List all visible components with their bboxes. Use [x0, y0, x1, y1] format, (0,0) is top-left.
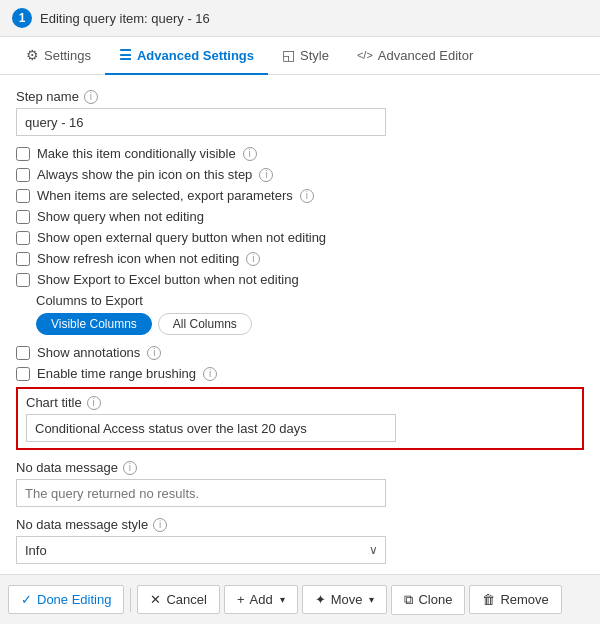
remove-icon: 🗑 — [482, 592, 495, 607]
checkbox-row-export-excel: Show Export to Excel button when not edi… — [16, 272, 584, 287]
no-data-input[interactable] — [16, 479, 386, 507]
checkbox-row-conditionally-visible: Make this item conditionally visible i — [16, 146, 584, 161]
content-area: Step name i Make this item conditionally… — [0, 75, 600, 569]
cb-time-range[interactable] — [16, 367, 30, 381]
cb-show-query[interactable] — [16, 210, 30, 224]
add-chevron-icon: ▾ — [280, 594, 285, 605]
tab-style[interactable]: ◱ Style — [268, 37, 343, 75]
remove-label: Remove — [500, 592, 548, 607]
cb-conditionally-visible[interactable] — [16, 147, 30, 161]
move-button[interactable]: ✦ Move ▾ — [302, 585, 388, 614]
checkbox-row-external-query: Show open external query button when not… — [16, 230, 584, 245]
checkbox-row-export-params: When items are selected, export paramete… — [16, 188, 584, 203]
cb-label-8: Show annotations — [37, 345, 140, 360]
cancel-label: Cancel — [166, 592, 206, 607]
cb-label-4: Show query when not editing — [37, 209, 204, 224]
cb-export-excel[interactable] — [16, 273, 30, 287]
tab-advanced-settings[interactable]: ☰ Advanced Settings — [105, 37, 268, 75]
cb-label-9: Enable time range brushing — [37, 366, 196, 381]
tab-style-label: Style — [300, 48, 329, 63]
no-data-style-select[interactable]: Info Warning Error — [16, 536, 386, 564]
columns-btn-group: Visible Columns All Columns — [36, 313, 584, 335]
cb-external-query[interactable] — [16, 231, 30, 245]
checkbox-row-time-range: Enable time range brushing i — [16, 366, 584, 381]
no-data-style-label: No data message style — [16, 517, 148, 532]
no-data-info-icon[interactable]: i — [123, 461, 137, 475]
add-label: Add — [250, 592, 273, 607]
all-columns-btn[interactable]: All Columns — [158, 313, 252, 335]
header: 1 Editing query item: query - 16 — [0, 0, 600, 37]
footer: ✓ Done Editing ✕ Cancel + Add ▾ ✦ Move ▾… — [0, 574, 600, 624]
chart-title-section: Chart title i — [16, 387, 584, 450]
cb-annotations[interactable] — [16, 346, 30, 360]
add-button[interactable]: + Add ▾ — [224, 585, 298, 614]
tab-settings-label: Settings — [44, 48, 91, 63]
step-name-label: Step name — [16, 89, 79, 104]
cb1-info-icon[interactable]: i — [243, 147, 257, 161]
tabs-bar: ⚙ Settings ☰ Advanced Settings ◱ Style <… — [0, 37, 600, 75]
checkbox-row-pin-icon: Always show the pin icon on this step i — [16, 167, 584, 182]
add-icon: + — [237, 592, 245, 607]
advanced-settings-icon: ☰ — [119, 47, 132, 63]
checkbox-row-show-query: Show query when not editing — [16, 209, 584, 224]
move-chevron-icon: ▾ — [369, 594, 374, 605]
no-data-style-select-wrapper: Info Warning Error — [16, 536, 386, 564]
cb6-info-icon[interactable]: i — [246, 252, 260, 266]
cb9-info-icon[interactable]: i — [203, 367, 217, 381]
checkbox-group-1: Make this item conditionally visible i A… — [16, 146, 584, 287]
tab-advanced-editor[interactable]: </> Advanced Editor — [343, 38, 487, 75]
header-badge: 1 — [12, 8, 32, 28]
done-editing-button[interactable]: ✓ Done Editing — [8, 585, 124, 614]
cb-refresh-icon[interactable] — [16, 252, 30, 266]
cb-label-5: Show open external query button when not… — [37, 230, 326, 245]
done-editing-label: Done Editing — [37, 592, 111, 607]
checkbox-group-2: Show annotations i Enable time range bru… — [16, 345, 584, 381]
tab-advanced-editor-label: Advanced Editor — [378, 48, 473, 63]
cb8-info-icon[interactable]: i — [147, 346, 161, 360]
clone-label: Clone — [418, 592, 452, 607]
remove-button[interactable]: 🗑 Remove — [469, 585, 561, 614]
cb-label-6: Show refresh icon when not editing — [37, 251, 239, 266]
step-name-info-icon[interactable]: i — [84, 90, 98, 104]
cb-export-params[interactable] — [16, 189, 30, 203]
chart-title-info-icon[interactable]: i — [87, 396, 101, 410]
settings-icon: ⚙ — [26, 47, 39, 63]
no-data-style-info-icon[interactable]: i — [153, 518, 167, 532]
checkbox-row-annotations: Show annotations i — [16, 345, 584, 360]
cb3-info-icon[interactable]: i — [300, 189, 314, 203]
header-title: Editing query item: query - 16 — [40, 11, 210, 26]
cb-label-7: Show Export to Excel button when not edi… — [37, 272, 299, 287]
cb-pin-icon[interactable] — [16, 168, 30, 182]
no-data-message-field: No data message i — [16, 460, 584, 507]
step-name-field: Step name i — [16, 89, 584, 136]
tab-advanced-settings-label: Advanced Settings — [137, 48, 254, 63]
chart-title-label: Chart title — [26, 395, 82, 410]
columns-export-label: Columns to Export — [36, 293, 584, 308]
tab-settings[interactable]: ⚙ Settings — [12, 37, 105, 75]
visible-columns-btn[interactable]: Visible Columns — [36, 313, 152, 335]
clone-button[interactable]: ⧉ Clone — [391, 585, 465, 615]
cancel-icon: ✕ — [150, 592, 161, 607]
clone-icon: ⧉ — [404, 592, 413, 608]
done-check-icon: ✓ — [21, 592, 32, 607]
move-label: Move — [331, 592, 363, 607]
cb-label-2: Always show the pin icon on this step — [37, 167, 252, 182]
cb-label-1: Make this item conditionally visible — [37, 146, 236, 161]
checkbox-row-refresh-icon: Show refresh icon when not editing i — [16, 251, 584, 266]
no-data-style-field: No data message style i Info Warning Err… — [16, 517, 584, 564]
footer-divider-1 — [130, 588, 131, 612]
columns-export-section: Columns to Export Visible Columns All Co… — [36, 293, 584, 335]
cancel-button[interactable]: ✕ Cancel — [137, 585, 219, 614]
advanced-editor-icon: </> — [357, 49, 373, 61]
cb-label-3: When items are selected, export paramete… — [37, 188, 293, 203]
cb2-info-icon[interactable]: i — [259, 168, 273, 182]
no-data-label: No data message — [16, 460, 118, 475]
chart-title-input[interactable] — [26, 414, 396, 442]
style-icon: ◱ — [282, 47, 295, 63]
move-icon: ✦ — [315, 592, 326, 607]
step-name-input[interactable] — [16, 108, 386, 136]
